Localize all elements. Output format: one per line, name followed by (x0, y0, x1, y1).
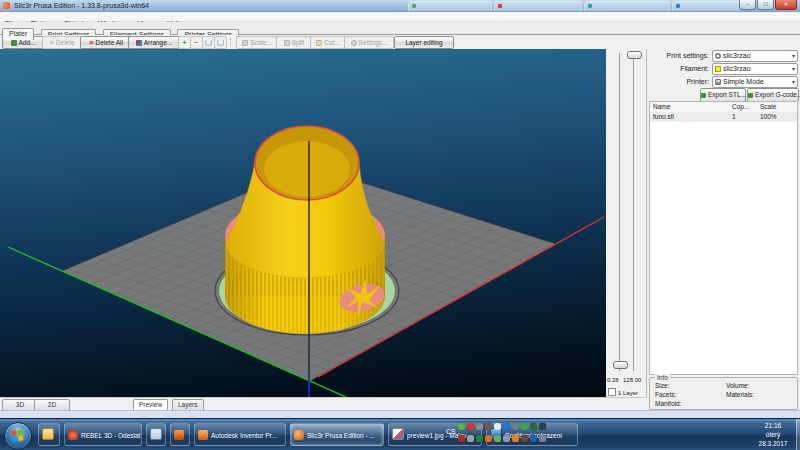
background-browser-tab (584, 1, 670, 11)
printer-value: Simple Mode (723, 77, 764, 87)
tray-icon[interactable] (485, 435, 492, 442)
checkbox-icon (608, 388, 616, 396)
scale-icon (242, 40, 248, 46)
view-tab-bar: 3D 2D Preview Layers (0, 397, 647, 411)
tray-icon[interactable] (458, 435, 465, 442)
print-settings-value: slic3rzao (723, 51, 751, 61)
export-gcode-button[interactable]: Export G-code... (747, 88, 799, 102)
slic3r-taskbar-button[interactable]: Slic3r Prusa Edition - ... (290, 423, 384, 446)
inventor-taskbar-button[interactable]: Autodesk Inventor Pr... (194, 423, 286, 446)
tray-icon[interactable] (494, 435, 501, 442)
side-panel: Print settings: slic3rzao Filament: slic… (647, 49, 800, 410)
info-box: Info Size: Volume: Facets: Materials: Ma… (649, 377, 798, 410)
rebel3d-taskbar-button[interactable]: REBEL 3D - Odeslat o... (64, 423, 142, 446)
taskbar-clock[interactable]: 21:16 úterý 28.3.2017 (752, 421, 794, 448)
autodesk-taskbar-button[interactable] (170, 423, 190, 446)
tray-icon[interactable] (539, 423, 546, 430)
tray-icon[interactable] (512, 435, 519, 442)
plater-toolbar: Add... Delete Delete All Arrange... Scal… (0, 35, 800, 50)
layer-slider-low-thumb[interactable] (613, 361, 628, 369)
rotate-ccw-icon (205, 39, 212, 46)
printer-select[interactable]: Simple Mode (712, 76, 798, 88)
tray-icon[interactable] (503, 423, 510, 430)
size-label: Size: (655, 382, 669, 389)
delete-icon (49, 39, 54, 46)
document-taskbar-button[interactable] (146, 423, 166, 446)
tray-icon[interactable] (521, 423, 528, 430)
layer-slider-high-thumb[interactable] (627, 51, 642, 59)
layer-slider-low-track[interactable] (619, 53, 620, 371)
tray-icon[interactable] (512, 423, 519, 430)
delete-button[interactable]: Delete (42, 36, 82, 49)
tray-icon[interactable] (476, 435, 483, 442)
object-row[interactable]: funo.stl 1 100% (650, 112, 797, 122)
printer-label: Printer: (647, 76, 709, 87)
tray-icon[interactable] (494, 423, 501, 430)
object-list[interactable]: Name Cop... Scale funo.stl 1 100% (649, 101, 798, 375)
layer-editing-button[interactable]: Layer editing (394, 36, 454, 49)
gear-icon (351, 40, 357, 46)
close-button[interactable] (775, 0, 797, 10)
print-settings-label: Print settings: (647, 50, 709, 61)
minimize-button[interactable] (739, 0, 756, 10)
one-layer-checkbox[interactable]: 1 Layer (608, 388, 638, 396)
object-name: funo.stl (653, 112, 674, 122)
title-bar[interactable]: Slic3r Prusa Edition - 1.33.8-prusa3d-wi… (0, 0, 800, 12)
arrange-button[interactable]: Arrange... (128, 36, 180, 49)
maximize-button[interactable] (757, 0, 774, 10)
split-button[interactable]: Split (276, 36, 312, 49)
add-icon (11, 40, 17, 46)
col-copies: Cop... (732, 102, 749, 112)
background-browser-tab (494, 1, 582, 11)
object-settings-button[interactable]: Settings... (344, 36, 394, 49)
export-stl-button[interactable]: Export STL... (700, 88, 746, 102)
windows-logo-icon (11, 429, 24, 442)
clock-date: 28.3.2017 (752, 439, 794, 448)
language-indicator[interactable]: CS (446, 428, 456, 435)
document-icon (150, 428, 162, 440)
tray-icon[interactable] (539, 435, 546, 442)
clock-day: úterý (752, 430, 794, 439)
tray-icon[interactable] (521, 435, 528, 442)
settings-tab-bar: Plater Print Settings Filament Settings … (0, 22, 800, 35)
print-settings-select[interactable]: slic3rzao (712, 50, 798, 62)
toolbar-separator (230, 38, 234, 46)
explorer-taskbar-button[interactable] (38, 423, 60, 446)
app-icon (3, 2, 10, 9)
tray-icon[interactable] (467, 435, 474, 442)
folder-icon (42, 428, 54, 440)
rotate-cw-button[interactable] (214, 36, 227, 49)
facets-label: Facets: (655, 391, 676, 398)
layer-slider-high-track[interactable] (633, 53, 634, 371)
background-browser-tab (672, 1, 740, 11)
col-name: Name (653, 102, 670, 112)
info-title: Info (655, 374, 670, 381)
gear-icon (715, 53, 721, 59)
tray-icon[interactable] (503, 435, 510, 442)
paint-icon (392, 428, 404, 440)
cut-button[interactable]: Cut... (310, 36, 346, 49)
tray-icon[interactable] (485, 423, 492, 430)
rebel-icon (68, 430, 78, 440)
col-scale: Scale (760, 102, 776, 112)
delete-all-icon (89, 39, 94, 46)
tray-icon[interactable] (458, 423, 465, 430)
scale-button[interactable]: Scale... (236, 36, 278, 49)
tray-icon[interactable] (467, 423, 474, 430)
3d-viewport[interactable] (0, 49, 606, 397)
tray-icon[interactable] (476, 423, 483, 430)
tray-icon[interactable] (530, 423, 537, 430)
filament-select[interactable]: slic3rzao (712, 63, 798, 75)
tab-plater[interactable]: Plater (2, 28, 34, 40)
manifold-label: Manifold: (655, 400, 681, 407)
show-desktop-button[interactable] (796, 419, 800, 450)
3d-scene (0, 49, 606, 397)
filament-color-swatch (715, 66, 721, 72)
system-tray: CS 21:16 úterý 28.3.2017 (598, 419, 798, 450)
tray-icon[interactable] (530, 435, 537, 442)
slic3r-icon (294, 430, 304, 440)
favicon-icon (412, 4, 416, 8)
delete-all-button[interactable]: Delete All (80, 36, 132, 49)
start-button[interactable] (4, 422, 32, 450)
one-layer-label: 1 Layer (618, 390, 638, 396)
